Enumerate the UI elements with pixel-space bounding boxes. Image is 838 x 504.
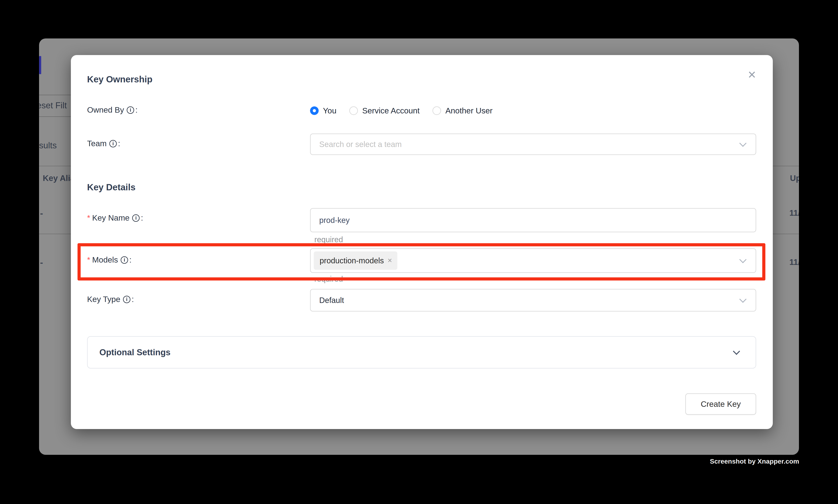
- key-name-input[interactable]: [310, 208, 756, 232]
- info-icon[interactable]: [109, 140, 117, 147]
- owned-by-label: Owned By: [87, 105, 138, 114]
- info-icon[interactable]: [132, 214, 140, 222]
- chevron-down-icon: [733, 348, 740, 355]
- partial-primary-button: [39, 56, 41, 74]
- key-name-required-hint: required: [314, 235, 343, 244]
- section-title-key-ownership: Key Ownership: [87, 74, 153, 85]
- chevron-down-icon: [739, 140, 747, 147]
- results-count-partial: sults: [39, 141, 57, 150]
- key-type-label: Key Type: [87, 295, 134, 304]
- radio-unselected-icon: [432, 106, 441, 115]
- watermark-text: Screenshot by Xnapper.com: [710, 457, 799, 465]
- team-label: Team: [87, 139, 120, 148]
- key-type-value: Default: [319, 296, 344, 305]
- optional-settings-title: Optional Settings: [100, 347, 171, 357]
- team-select[interactable]: Search or select a team: [310, 133, 756, 155]
- radio-selected-icon: [310, 106, 319, 115]
- reset-filters-button-top-border: [39, 95, 71, 95]
- key-type-select[interactable]: Default: [310, 289, 756, 311]
- section-title-key-details: Key Details: [87, 182, 136, 193]
- info-icon[interactable]: [127, 106, 134, 114]
- create-key-modal: Key Ownership ✕ Owned By You Service Acc…: [71, 55, 773, 429]
- radio-unselected-icon: [349, 106, 358, 115]
- chevron-down-icon: [739, 295, 747, 303]
- table-row-updated: 11/: [789, 208, 799, 218]
- team-select-placeholder: Search or select a team: [319, 140, 402, 149]
- table-row-updated: 11/: [789, 257, 799, 267]
- key-name-label: Key Name: [87, 213, 143, 222]
- reset-filters-button-bottom-border: [39, 116, 71, 117]
- close-icon[interactable]: ✕: [745, 68, 759, 82]
- create-key-button[interactable]: Create Key: [685, 393, 756, 415]
- info-icon[interactable]: [123, 296, 130, 303]
- radio-owned-by-service-account[interactable]: Service Account: [349, 106, 420, 115]
- reset-filters-button-partial: eset Filt: [39, 101, 67, 110]
- owned-by-radio-group: You Service Account Another User: [310, 105, 493, 116]
- annotation-highlight-box: [77, 243, 765, 281]
- column-header-key-alias: Key Alia: [43, 174, 75, 183]
- optional-settings-panel[interactable]: Optional Settings: [87, 336, 756, 368]
- table-row-alias: -: [40, 208, 43, 218]
- radio-owned-by-another-user[interactable]: Another User: [432, 106, 493, 115]
- column-header-updated: Up: [790, 174, 799, 183]
- table-row-alias: -: [40, 257, 43, 268]
- radio-owned-by-you[interactable]: You: [310, 106, 336, 115]
